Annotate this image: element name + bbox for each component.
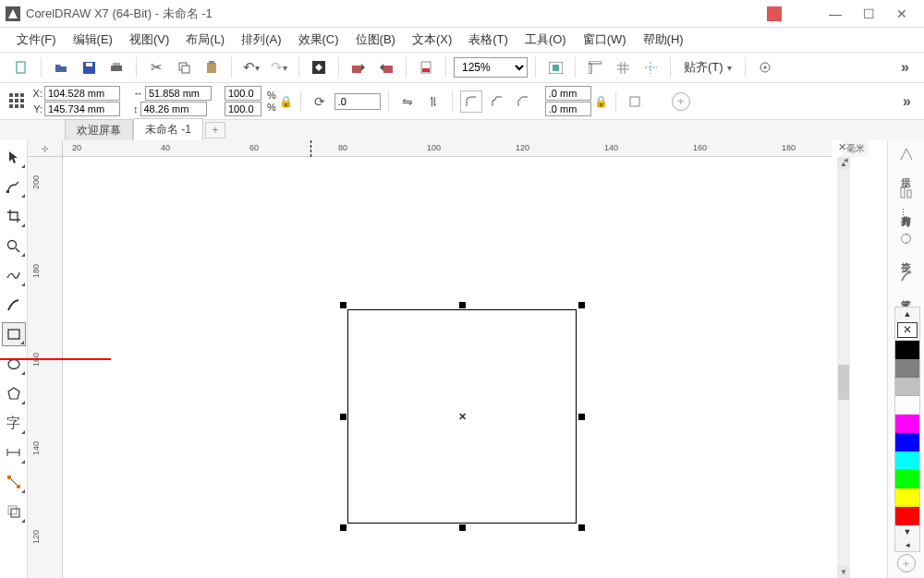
menu-bitmap[interactable]: 位图(B): [348, 29, 403, 51]
chamfer-corner-button[interactable]: [512, 90, 534, 113]
align-docker-label[interactable]: 对齐与分布...: [899, 206, 913, 218]
to-curves-button[interactable]: [624, 90, 646, 113]
no-color-swatch[interactable]: [895, 320, 919, 341]
shape-tool[interactable]: [2, 175, 26, 199]
selection-handle-w[interactable]: [340, 414, 346, 420]
selection-center-mark[interactable]: ✕: [458, 411, 467, 423]
selection-handle-e[interactable]: [578, 414, 585, 420]
color-swatch[interactable]: [895, 359, 919, 378]
copy-button[interactable]: [172, 55, 196, 79]
lock-corners-button[interactable]: 🔒: [595, 88, 608, 115]
object-y-input[interactable]: [44, 102, 120, 116]
color-swatch[interactable]: [895, 415, 919, 433]
ruler-origin-icon[interactable]: ⊹: [28, 140, 63, 157]
print-button[interactable]: [104, 55, 128, 79]
color-swatch[interactable]: [895, 452, 919, 470]
corner-radius-2-input[interactable]: [545, 102, 591, 116]
connector-tool[interactable]: [2, 470, 26, 494]
vertical-ruler[interactable]: 200 180 160 140 120: [28, 157, 63, 578]
palette-scroll-up[interactable]: ▲: [895, 307, 919, 320]
new-doc-button[interactable]: [9, 55, 33, 79]
export-button[interactable]: [374, 55, 398, 79]
object-origin-icon[interactable]: [7, 91, 28, 112]
round-corner-button[interactable]: [460, 90, 482, 113]
menu-view[interactable]: 视图(V): [122, 29, 176, 51]
zoom-tool[interactable]: [2, 234, 26, 258]
scallop-corner-button[interactable]: [486, 90, 508, 113]
undo-button[interactable]: ↶▾: [239, 55, 263, 79]
quick-customize-button[interactable]: +: [672, 92, 690, 111]
ellipse-tool[interactable]: [2, 352, 26, 376]
redo-button[interactable]: ↷▾: [267, 55, 291, 79]
add-docker-button[interactable]: +: [897, 554, 916, 572]
propbar-overflow-button[interactable]: »: [897, 93, 917, 110]
menu-text[interactable]: 文本(X): [405, 29, 459, 51]
vertical-scrollbar[interactable]: ▲ ▼: [837, 157, 850, 578]
tab-untitled-1[interactable]: 未命名 -1: [133, 118, 203, 142]
hints-docker-button[interactable]: [893, 142, 920, 166]
search-content-button[interactable]: [307, 55, 331, 79]
lock-ratio-button[interactable]: 🔒: [280, 88, 293, 115]
menu-table[interactable]: 表格(T): [461, 29, 516, 51]
color-swatch[interactable]: [895, 470, 919, 488]
publish-pdf-button[interactable]: [414, 55, 438, 79]
color-swatch[interactable]: [895, 507, 919, 525]
interactive-tool[interactable]: [2, 500, 26, 524]
toolbar-overflow-button[interactable]: »: [895, 59, 915, 76]
object-height-input[interactable]: [140, 102, 207, 116]
user-account-icon[interactable]: [767, 6, 782, 21]
selection-handle-nw[interactable]: [340, 302, 346, 308]
crop-tool[interactable]: [2, 204, 26, 228]
maximize-button[interactable]: ☐: [852, 3, 885, 25]
artistic-docker-label[interactable]: 艺术笔: [899, 290, 913, 294]
object-width-input[interactable]: [145, 86, 212, 101]
color-swatch[interactable]: [895, 433, 919, 452]
new-tab-button[interactable]: +: [205, 122, 225, 138]
cut-button[interactable]: ✂: [144, 55, 168, 79]
menu-layout[interactable]: 布局(L): [178, 29, 232, 51]
options-button[interactable]: [753, 55, 777, 79]
polygon-tool[interactable]: [2, 381, 26, 405]
zoom-level-select[interactable]: 125%: [454, 57, 528, 78]
tab-welcome[interactable]: 欢迎屏幕: [65, 119, 133, 141]
align-docker-button[interactable]: [893, 181, 920, 204]
menu-help[interactable]: 帮助(H): [636, 29, 691, 51]
import-button[interactable]: [346, 55, 371, 79]
show-guidelines-button[interactable]: [638, 55, 663, 79]
show-rulers-button[interactable]: [583, 55, 607, 79]
transform-docker-button[interactable]: [893, 227, 920, 250]
dimension-tool[interactable]: [2, 440, 26, 464]
paste-button[interactable]: [200, 55, 224, 79]
scroll-down-button[interactable]: ▼: [837, 565, 850, 578]
selection-handle-ne[interactable]: [578, 302, 585, 308]
menu-tools[interactable]: 工具(O): [517, 29, 574, 51]
hints-docker-label[interactable]: 提示: [899, 168, 913, 172]
corner-radius-1-input[interactable]: [545, 86, 591, 101]
palette-flyout-button[interactable]: ◂: [895, 538, 919, 551]
menu-file[interactable]: 文件(F): [9, 29, 64, 51]
text-tool[interactable]: 字: [2, 411, 26, 435]
selection-handle-se[interactable]: [578, 524, 585, 531]
save-button[interactable]: [77, 55, 101, 79]
canvas-area[interactable]: ⊹ 20 40 60 80 100 120 140 160 180 毫米 200…: [28, 140, 887, 578]
rectangle-tool[interactable]: [2, 322, 26, 346]
scale-y-input[interactable]: [225, 102, 261, 116]
selection-handle-n[interactable]: [459, 302, 466, 308]
freehand-tool[interactable]: [2, 263, 26, 287]
object-x-input[interactable]: [44, 86, 120, 101]
color-swatch[interactable]: [895, 488, 919, 507]
mirror-horizontal-button[interactable]: ⇋: [396, 90, 419, 113]
menu-effects[interactable]: 效果(C): [291, 29, 346, 51]
show-grid-button[interactable]: [611, 55, 635, 79]
color-swatch[interactable]: [895, 396, 919, 415]
scale-x-input[interactable]: [225, 86, 261, 101]
scroll-thumb[interactable]: [838, 365, 849, 400]
docker-close-button[interactable]: ✕: [835, 140, 848, 153]
artistic-docker-button[interactable]: [893, 265, 920, 288]
minimize-button[interactable]: —: [819, 3, 852, 25]
color-swatch[interactable]: [895, 378, 919, 396]
docker-expand-icon[interactable]: ◂: [844, 155, 848, 164]
artistic-media-tool[interactable]: [2, 293, 26, 317]
menu-edit[interactable]: 编辑(E): [66, 29, 120, 51]
menu-arrange[interactable]: 排列(A): [234, 29, 288, 51]
